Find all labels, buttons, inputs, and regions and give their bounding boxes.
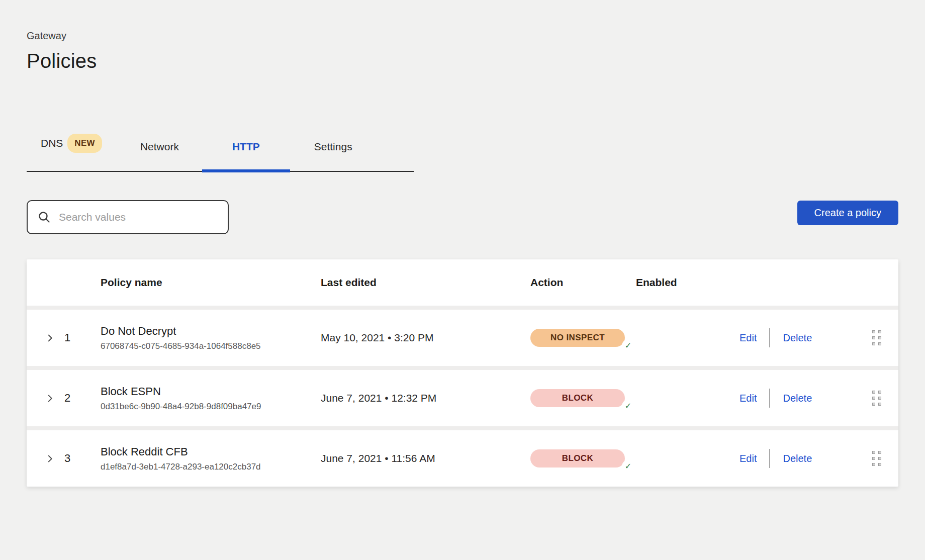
check-icon: ✓ — [625, 402, 631, 410]
tab-label: Settings — [314, 141, 352, 153]
policy-id: d1ef8a7d-3eb1-4728-a293-ea120c2cb37d — [101, 462, 321, 472]
search-input[interactable] — [59, 211, 220, 223]
row-index: 2 — [64, 392, 101, 405]
links-divider — [769, 389, 770, 408]
column-header-enabled: Enabled — [636, 276, 739, 289]
toolbar: Create a policy — [27, 200, 898, 234]
column-header-action: Action — [530, 276, 636, 289]
row-expander[interactable] — [46, 454, 64, 463]
delete-link[interactable]: Delete — [783, 453, 812, 464]
action-badge: NO INSPECT — [530, 329, 625, 347]
chevron-right-icon — [46, 334, 54, 342]
last-edited: June 7, 2021 • 12:32 PM — [321, 392, 530, 404]
edit-link[interactable]: Edit — [739, 332, 757, 344]
tab-dns[interactable]: DNS NEW — [41, 134, 102, 171]
toggle-knob: ✓ — [622, 400, 634, 412]
drag-handle-icon[interactable] — [870, 449, 883, 468]
column-header-policy-name: Policy name — [101, 276, 321, 289]
breadcrumb: Gateway — [27, 30, 898, 42]
search-box[interactable] — [27, 200, 229, 234]
search-icon — [38, 211, 51, 224]
new-badge: NEW — [67, 134, 102, 153]
links-divider — [769, 449, 770, 468]
policy-id: 67068745-c075-4685-934a-1064f588c8e5 — [101, 341, 321, 351]
row-actions: Edit Delete — [739, 328, 831, 347]
row-index: 1 — [64, 331, 101, 344]
gateway-policies-page: Gateway Policies DNS NEW Network HTTP Se… — [0, 30, 925, 487]
tab-settings[interactable]: Settings — [314, 141, 352, 171]
action-badge: BLOCK — [530, 449, 625, 468]
tab-http[interactable]: HTTP — [232, 141, 260, 171]
last-edited: June 7, 2021 • 11:56 AM — [321, 452, 530, 464]
action-badge: BLOCK — [530, 389, 625, 407]
table-body: 1 Do Not Decrypt 67068745-c075-4685-934a… — [27, 310, 898, 487]
toggle-knob: ✓ — [622, 460, 634, 473]
tab-label: Network — [140, 141, 179, 153]
row-expander[interactable] — [46, 334, 64, 342]
policy-name-cell: Block ESPN 0d31be6c-9b90-48a4-92b8-9d8f0… — [101, 385, 321, 412]
policy-name-cell: Block Reddit CFB d1ef8a7d-3eb1-4728-a293… — [101, 445, 321, 472]
chevron-right-icon — [46, 394, 54, 403]
column-header-last-edited: Last edited — [321, 276, 530, 289]
table-header-row: Policy name Last edited Action Enabled — [27, 259, 898, 306]
edit-link[interactable]: Edit — [739, 453, 757, 464]
tab-bar: DNS NEW Network HTTP Settings — [27, 134, 414, 172]
chevron-right-icon — [46, 454, 54, 463]
table-row: 1 Do Not Decrypt 67068745-c075-4685-934a… — [27, 310, 898, 366]
links-divider — [769, 328, 770, 347]
policies-table: Policy name Last edited Action Enabled 1… — [27, 259, 898, 487]
row-actions: Edit Delete — [739, 389, 831, 408]
tab-label: DNS — [41, 137, 63, 149]
toggle-knob: ✓ — [622, 339, 634, 352]
drag-handle-icon[interactable] — [870, 328, 883, 347]
policy-name: Do Not Decrypt — [101, 325, 321, 338]
policy-id: 0d31be6c-9b90-48a4-92b8-9d8f09ba47e9 — [101, 402, 321, 412]
table-row: 2 Block ESPN 0d31be6c-9b90-48a4-92b8-9d8… — [27, 370, 898, 426]
delete-link[interactable]: Delete — [783, 332, 812, 344]
last-edited: May 10, 2021 • 3:20 PM — [321, 332, 530, 344]
delete-link[interactable]: Delete — [783, 393, 812, 404]
edit-link[interactable]: Edit — [739, 393, 757, 404]
table-row: 3 Block Reddit CFB d1ef8a7d-3eb1-4728-a2… — [27, 430, 898, 487]
policy-name: Block ESPN — [101, 385, 321, 398]
policy-name: Block Reddit CFB — [101, 445, 321, 458]
row-index: 3 — [64, 452, 101, 465]
row-expander[interactable] — [46, 394, 64, 403]
page-title: Policies — [27, 50, 898, 72]
create-policy-button[interactable]: Create a policy — [797, 201, 898, 225]
tab-label: HTTP — [232, 141, 260, 153]
policy-name-cell: Do Not Decrypt 67068745-c075-4685-934a-1… — [101, 325, 321, 351]
drag-handle-icon[interactable] — [870, 389, 883, 408]
check-icon: ✓ — [625, 462, 631, 471]
row-actions: Edit Delete — [739, 449, 831, 468]
tab-network[interactable]: Network — [140, 141, 179, 171]
check-icon: ✓ — [625, 342, 631, 350]
